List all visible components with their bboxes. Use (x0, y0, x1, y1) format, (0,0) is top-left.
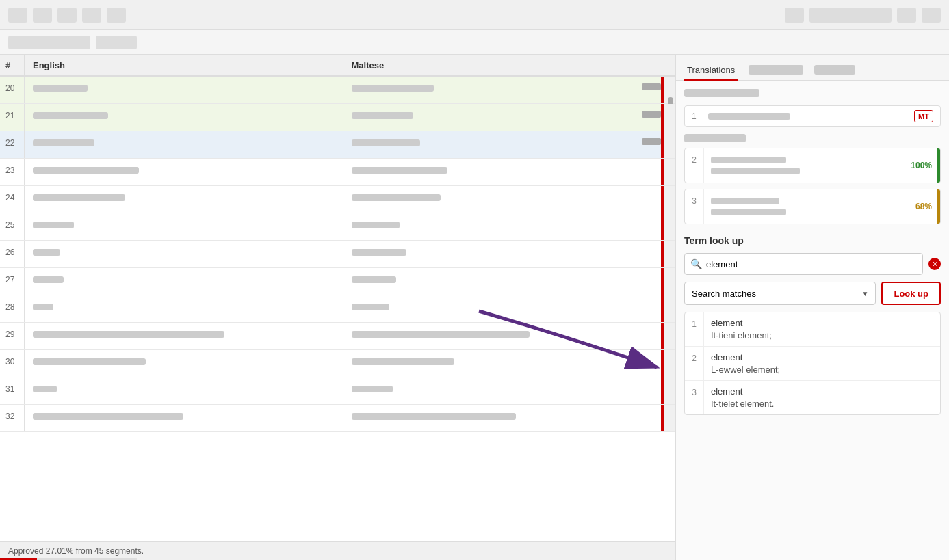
term-results: 1 element It-tieni element; 2 element L-… (684, 312, 941, 415)
term-result-num: 1 (685, 312, 704, 346)
sub-toolbar-item-2[interactable] (96, 36, 137, 49)
match-pct-3: 68% (910, 189, 937, 224)
cell-english (25, 350, 343, 377)
cell-row-num: 29 (0, 323, 25, 349)
translation-entry-1: 1 MT (684, 105, 941, 127)
table-body: 20 21 22 23 (0, 77, 675, 541)
term-result-content: element It-tielet element. (704, 381, 940, 414)
toolbar-btn-3[interactable] (57, 8, 77, 23)
term-lookup-title: Term look up (684, 235, 941, 246)
table-row[interactable]: 24 (0, 186, 675, 213)
table-row[interactable]: 25 (0, 213, 675, 241)
cell-row-num: 31 (0, 377, 25, 404)
cell-maltese (343, 268, 662, 295)
table-row[interactable]: 21 (0, 104, 675, 131)
scrollbar-area (664, 159, 675, 185)
scrollbar-area (664, 377, 675, 404)
cell-english (25, 323, 343, 349)
mt-badge: MT (914, 110, 933, 122)
toolbar-btn-wide[interactable] (809, 8, 892, 23)
toolbar-btn-r1[interactable] (785, 8, 804, 23)
search-row: 🔍 ✕ (684, 253, 941, 275)
match-bar-3 (937, 189, 940, 224)
cell-maltese (343, 213, 662, 240)
match-entry-2[interactable]: 2 100% (684, 148, 941, 183)
match-tgt-2 (711, 168, 800, 174)
toolbar-btn-r2[interactable] (897, 8, 916, 23)
dropdown-arrow-icon: ▼ (862, 290, 869, 297)
table-row[interactable]: 27 (0, 268, 675, 295)
match-entry-3[interactable]: 3 68% (684, 189, 941, 224)
scrollbar-area (664, 268, 675, 295)
term-result-source: element (711, 352, 933, 362)
cell-row-num: 28 (0, 295, 25, 322)
match-src-3 (711, 198, 779, 204)
scrollbar-area (664, 350, 675, 377)
table-row[interactable]: 30 (0, 350, 675, 377)
cell-maltese (343, 350, 662, 377)
col-header-num: # (0, 55, 25, 75)
match-num-2: 2 (685, 148, 704, 183)
term-result-num: 3 (685, 381, 704, 414)
cell-row-num: 26 (0, 241, 25, 267)
table-header: # English Maltese (0, 55, 675, 77)
translation-table-panel: # English Maltese 20 21 (0, 55, 675, 560)
clear-search-button[interactable]: ✕ (928, 258, 941, 270)
right-panel-tabs: Translations (676, 55, 949, 81)
term-result-target: L-ewwel element; (711, 364, 933, 375)
cell-english (25, 159, 343, 185)
cell-row-num: 21 (0, 104, 25, 131)
cell-maltese (343, 186, 662, 213)
toolbar-btn-5[interactable] (107, 8, 126, 23)
cell-maltese (343, 77, 662, 103)
toolbar-btn-2[interactable] (33, 8, 52, 23)
term-result-row[interactable]: 3 element It-tielet element. (685, 381, 940, 414)
lookup-controls: Search matches ▼ Look up (684, 282, 941, 305)
tab-2-placeholder[interactable] (749, 65, 803, 75)
search-matches-dropdown[interactable]: Search matches ▼ (684, 282, 876, 305)
table-row[interactable]: 26 (0, 241, 675, 268)
scrollbar-area (664, 186, 675, 213)
cell-row-num: 30 (0, 350, 25, 377)
cell-english (25, 377, 343, 404)
toolbar-btn-1[interactable] (8, 8, 27, 23)
table-row[interactable]: 22 (0, 131, 675, 159)
table-row[interactable]: 32 (0, 405, 675, 432)
cell-row-num: 24 (0, 186, 25, 213)
scrollbar-area (664, 241, 675, 267)
table-row[interactable]: 23 (0, 159, 675, 186)
search-matches-label: Search matches (692, 289, 756, 299)
table-row[interactable]: 28 (0, 295, 675, 323)
toolbar-btn-4[interactable] (82, 8, 101, 23)
term-result-content: element It-tieni element; (704, 312, 940, 346)
cell-english (25, 131, 343, 158)
trans-content-1 (708, 110, 909, 122)
scrollbar-area (664, 131, 675, 158)
table-row[interactable]: 20 (0, 77, 675, 104)
table-row[interactable]: 29 (0, 323, 675, 350)
search-input-wrapper[interactable]: 🔍 (684, 253, 923, 275)
cell-english (25, 295, 343, 322)
cell-english (25, 213, 343, 240)
translations-section-label (684, 89, 759, 97)
scrollbar-area (664, 323, 675, 349)
toolbar-btn-r3[interactable] (922, 8, 941, 23)
term-result-row[interactable]: 1 element It-tieni element; (685, 312, 940, 347)
term-result-row[interactable]: 2 element L-ewwel element; (685, 347, 940, 381)
cell-row-num: 22 (0, 131, 25, 158)
table-row[interactable]: 31 (0, 377, 675, 405)
term-search-input[interactable] (706, 259, 917, 269)
term-result-target: It-tielet element. (711, 399, 933, 409)
sub-toolbar-item-1[interactable] (8, 36, 90, 49)
trans-num-1: 1 (692, 111, 703, 121)
scrollbar-area (664, 77, 675, 103)
cell-row-num: 25 (0, 213, 25, 240)
status-bar: Approved 27.01% from 45 segments. (0, 541, 675, 560)
sub-toolbar (0, 30, 949, 55)
col-header-maltese: Maltese (343, 55, 662, 75)
lookup-button[interactable]: Look up (881, 282, 941, 305)
cell-row-num: 27 (0, 268, 25, 295)
term-lookup-section: Term look up 🔍 ✕ Search matches ▼ (684, 235, 941, 423)
tab-3-placeholder[interactable] (814, 65, 855, 75)
tab-translations[interactable]: Translations (684, 61, 738, 81)
